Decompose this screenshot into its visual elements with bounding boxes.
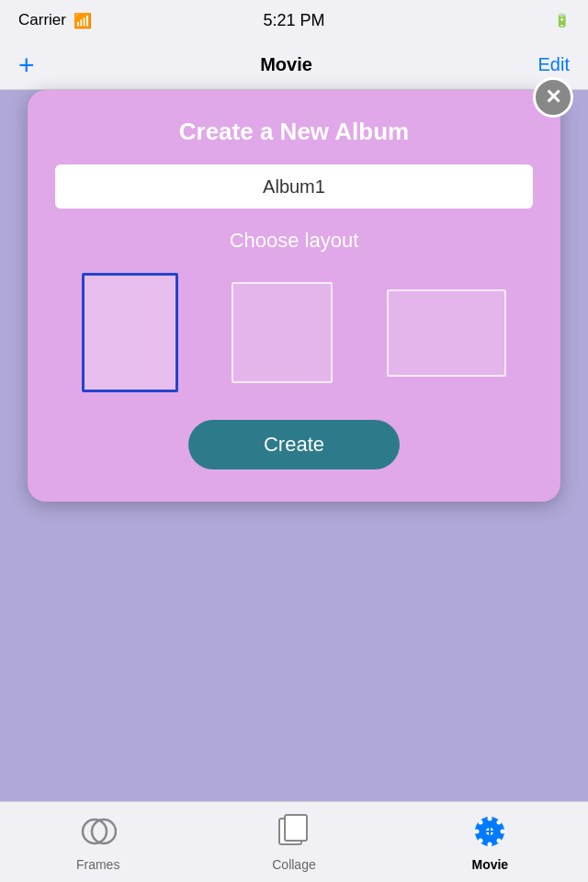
modal-title: Create a New Album	[55, 118, 533, 146]
nav-bar: + Movie Edit	[0, 40, 588, 90]
create-button[interactable]: Create	[188, 420, 400, 469]
tab-bar: Frames Collage	[0, 801, 588, 882]
wifi-icon: 📶	[74, 12, 92, 29]
portrait-preview	[82, 273, 178, 392]
layout-options	[55, 273, 533, 392]
battery-icon: 🔋	[554, 13, 570, 28]
status-time: 5:21 PM	[263, 11, 324, 30]
frames-icon	[80, 813, 117, 854]
status-bar: Carrier 📶 5:21 PM 🔋	[0, 0, 588, 40]
close-icon: ✕	[545, 87, 561, 107]
tab-frames-label: Frames	[76, 857, 119, 872]
movie-icon	[471, 813, 508, 854]
carrier-label: Carrier	[18, 11, 66, 29]
square-preview	[232, 282, 333, 383]
close-button[interactable]: ✕	[533, 77, 573, 118]
svg-point-9	[501, 829, 505, 833]
edit-button[interactable]: Edit	[538, 54, 570, 75]
svg-point-8	[475, 829, 480, 833]
status-left: Carrier 📶	[18, 11, 92, 29]
tab-collage[interactable]: Collage	[196, 813, 391, 872]
choose-layout-label: Choose layout	[55, 229, 533, 253]
create-album-modal: ✕ Create a New Album Choose layout Creat…	[28, 90, 560, 502]
nav-title: Movie	[260, 54, 312, 75]
svg-point-12	[479, 838, 483, 842]
svg-point-13	[497, 838, 502, 842]
svg-rect-3	[285, 815, 307, 841]
tab-frames[interactable]: Frames	[0, 813, 196, 872]
tab-movie[interactable]: Movie	[392, 813, 588, 872]
svg-point-7	[488, 842, 492, 846]
svg-point-10	[479, 820, 483, 824]
layout-landscape[interactable]	[387, 289, 506, 377]
svg-point-6	[488, 816, 492, 820]
svg-point-11	[497, 820, 502, 824]
collage-icon	[277, 813, 311, 854]
layout-square[interactable]	[232, 282, 333, 383]
landscape-preview	[387, 289, 506, 377]
add-button[interactable]: +	[18, 51, 35, 79]
layout-portrait[interactable]	[82, 273, 178, 392]
tab-collage-label: Collage	[272, 857, 315, 872]
tab-movie-label: Movie	[471, 857, 508, 872]
album-name-input[interactable]	[55, 164, 533, 209]
